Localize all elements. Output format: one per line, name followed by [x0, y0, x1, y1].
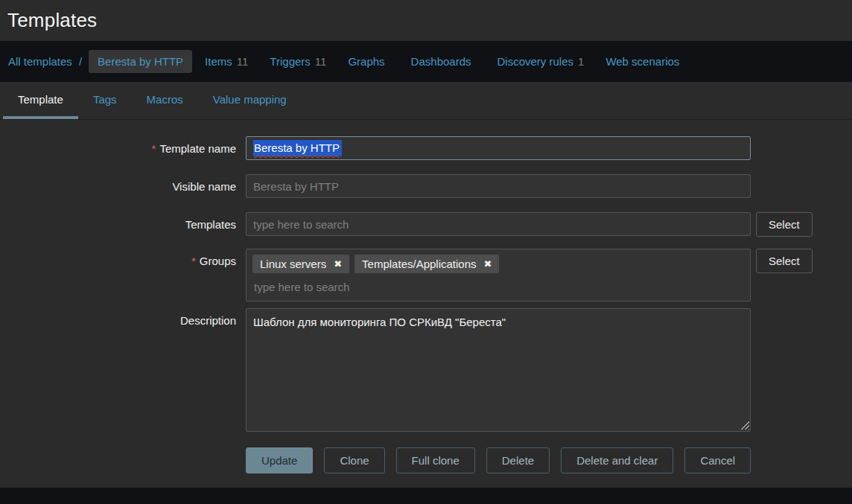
nav-item-graphs[interactable]: Graphs	[348, 55, 389, 68]
groups-multiselect[interactable]: Linux servers ✖ Templates/Applications ✖	[246, 249, 751, 302]
nav-item-label[interactable]: Triggers	[270, 55, 310, 68]
template-name-input[interactable]: Beresta by HTTP	[246, 136, 751, 160]
visible-name-input[interactable]	[246, 174, 751, 198]
groups-label: * Groups	[0, 249, 246, 302]
breadcrumb-all-templates[interactable]: All templates	[8, 55, 72, 68]
delete-and-clear-button[interactable]: Delete and clear	[561, 447, 673, 473]
group-chip: Linux servers ✖	[252, 255, 349, 273]
groups-select-button[interactable]: Select	[756, 249, 813, 273]
breadcrumb-separator: /	[79, 55, 82, 68]
template-name-row: * Template name Beresta by HTTP	[0, 136, 852, 160]
description-textarea[interactable]: Шаблон для мониторинга ПО СРКиВД "Берест…	[246, 308, 751, 432]
nav-item-dashboards[interactable]: Dashboards	[411, 55, 476, 68]
templates-select-button[interactable]: Select	[756, 212, 813, 237]
groups-chip-list: Linux servers ✖ Templates/Applications ✖	[252, 255, 744, 273]
required-asterisk: *	[152, 142, 156, 155]
tab-tags[interactable]: Tags	[78, 82, 132, 119]
nav-item-count: 1	[578, 55, 584, 68]
template-name-label: * Template name	[0, 136, 246, 160]
nav-item-web-scenarios[interactable]: Web scenarios	[605, 55, 684, 68]
groups-search-input[interactable]	[252, 279, 640, 295]
full-clone-button[interactable]: Full clone	[396, 447, 475, 473]
nav-item-discovery-rules[interactable]: Discovery rules 1	[497, 55, 585, 68]
description-row: Description Шаблон для мониторинга ПО СР…	[0, 308, 852, 432]
entity-nav: Items 11 Triggers 11 Graphs Dashboards D…	[205, 55, 705, 68]
nav-item-label[interactable]: Discovery rules	[497, 55, 574, 68]
description-label: Description	[0, 308, 246, 432]
breadcrumb-nav: All templates / Beresta by HTTP Items 11…	[0, 41, 852, 82]
nav-item-label[interactable]: Items	[205, 55, 232, 68]
delete-button[interactable]: Delete	[486, 447, 550, 473]
groups-row: * Groups Linux servers ✖ Templates/Appli…	[0, 249, 852, 302]
template-form-panel: Template Tags Macros Value mapping * Tem…	[0, 82, 852, 488]
breadcrumb-current-template[interactable]: Beresta by HTTP	[89, 50, 192, 73]
update-button[interactable]: Update	[246, 447, 313, 473]
nav-item-label[interactable]: Web scenarios	[605, 55, 679, 68]
nav-item-label[interactable]: Dashboards	[411, 55, 471, 68]
remove-icon[interactable]: ✖	[334, 259, 342, 269]
group-chip: Templates/Applications ✖	[355, 255, 499, 273]
clone-button[interactable]: Clone	[324, 447, 384, 473]
nav-item-count: 11	[315, 55, 327, 68]
visible-name-label: Visible name	[0, 174, 246, 198]
remove-icon[interactable]: ✖	[484, 259, 492, 269]
tab-value-mapping[interactable]: Value mapping	[198, 82, 302, 119]
templates-page: Templates All templates / Beresta by HTT…	[0, 0, 852, 504]
nav-item-label[interactable]: Graphs	[348, 55, 384, 68]
group-chip-label: Linux servers	[260, 258, 326, 270]
selected-text: Beresta by HTTP	[253, 140, 342, 156]
tab-macros[interactable]: Macros	[132, 82, 198, 119]
visible-name-row: Visible name	[0, 174, 852, 198]
group-chip-label: Templates/Applications	[362, 258, 476, 270]
form-actions: Update Clone Full clone Delete Delete an…	[246, 447, 852, 473]
page-header: Templates	[0, 0, 852, 41]
required-asterisk: *	[191, 255, 196, 267]
nav-item-items[interactable]: Items 11	[205, 55, 248, 68]
template-form: * Template name Beresta by HTTP Visible …	[0, 120, 852, 473]
templates-label: Templates	[0, 212, 246, 237]
templates-row: Templates Select	[0, 212, 852, 237]
nav-item-triggers[interactable]: Triggers 11	[270, 55, 326, 68]
page-title: Templates	[7, 9, 97, 32]
tab-template[interactable]: Template	[3, 82, 78, 119]
nav-item-count: 11	[237, 55, 249, 68]
form-tabbar: Template Tags Macros Value mapping	[0, 82, 852, 120]
templates-search-input[interactable]	[246, 212, 751, 236]
cancel-button[interactable]: Cancel	[684, 447, 751, 473]
